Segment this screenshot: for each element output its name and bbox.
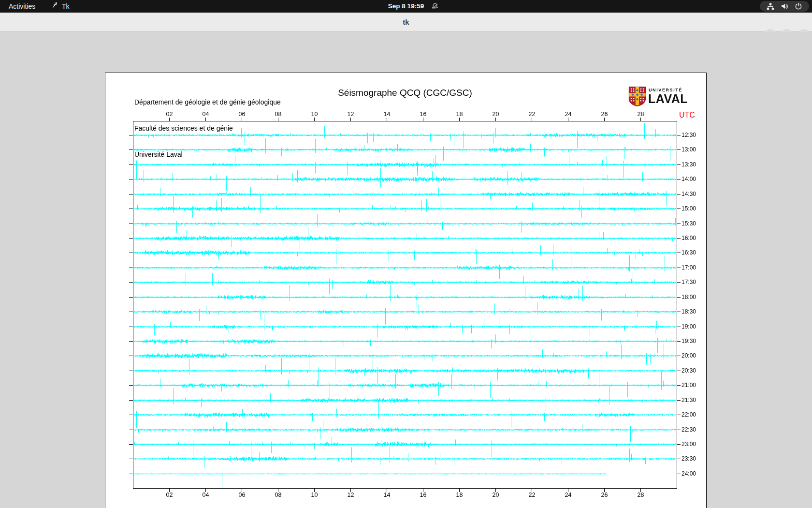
utc-time-label: 15:00 [682, 205, 696, 212]
org-line-2: Faculté des sciences et de génie [134, 124, 281, 133]
x-tick-label-top: 12 [343, 111, 359, 118]
org-line-3: Université Laval [134, 150, 281, 159]
utc-time-label: 21:30 [682, 397, 696, 403]
x-tick-label-top: 20 [488, 111, 504, 118]
window-body: Département de géologie et de génie géol… [0, 32, 812, 508]
window-titlebar[interactable]: tk [0, 13, 812, 32]
logo-laval-text: LAVAL [648, 92, 688, 106]
utc-label: UTC [679, 111, 695, 120]
utc-time-label: 19:00 [682, 323, 696, 330]
x-tick-label-top: 06 [234, 111, 250, 118]
power-icon [795, 2, 802, 10]
x-tick-label-top: 26 [596, 111, 613, 118]
x-tick-label-top: 24 [560, 111, 577, 118]
utc-time-label: 24:00 [682, 470, 696, 477]
activities-button[interactable]: Activities [5, 0, 39, 13]
system-tray[interactable] [760, 1, 809, 12]
utc-time-label: 13:00 [682, 146, 696, 153]
chart-title: Séismographe QCQ (CGC/GSC) [133, 88, 677, 98]
window-title: tk [0, 13, 812, 32]
x-tick-label-bottom: 28 [633, 492, 649, 498]
utc-time-label: 17:00 [682, 264, 696, 271]
volume-icon [781, 2, 788, 10]
x-tick-label-bottom: 20 [488, 492, 504, 498]
utc-time-label: 21:00 [682, 382, 696, 388]
x-tick-label-top: 04 [198, 111, 214, 118]
clock[interactable]: Sep 8 19:59 [388, 0, 424, 13]
x-tick-label-bottom: 10 [306, 492, 323, 498]
tk-icon [51, 0, 58, 13]
x-tick-label-bottom: 08 [270, 492, 287, 498]
x-tick-label-bottom: 02 [161, 492, 178, 498]
org-line-1: Département de géologie et de génie géol… [134, 98, 281, 106]
gnome-top-bar: Activities Tk Sep 8 19:59 [0, 0, 812, 13]
utc-time-label: 14:30 [682, 191, 696, 197]
x-tick-label-bottom: 18 [451, 492, 468, 498]
x-tick-label-bottom: 26 [596, 492, 613, 498]
utc-time-label: 14:00 [682, 176, 696, 182]
utc-time-label: 16:30 [682, 249, 696, 256]
utc-time-label: 13:30 [682, 161, 696, 168]
app-indicator-tk[interactable]: Tk [51, 0, 70, 13]
utc-time-label: 23:00 [682, 441, 696, 448]
x-tick-label-bottom: 16 [415, 492, 432, 498]
x-tick-label-top: 02 [161, 111, 178, 118]
utc-time-label: 19:30 [682, 338, 696, 344]
utc-time-label: 18:30 [682, 308, 696, 315]
utc-time-label: 16:00 [682, 235, 696, 241]
x-tick-label-top: 16 [415, 111, 432, 118]
notifications-disabled-icon [431, 2, 439, 10]
utc-time-label: 18:00 [682, 294, 696, 300]
x-tick-label-bottom: 06 [234, 492, 250, 498]
seismograph-panel: Département de géologie et de génie géol… [105, 73, 707, 508]
x-tick-label-bottom: 24 [560, 492, 577, 498]
x-tick-label-top: 28 [633, 111, 649, 118]
x-tick-label-bottom: 04 [198, 492, 214, 498]
app-indicator-label: Tk [62, 0, 70, 13]
network-wired-icon [767, 2, 774, 10]
utc-time-label: 12:30 [682, 132, 696, 138]
utc-time-label: 23:30 [682, 455, 696, 462]
utc-time-label: 22:30 [682, 426, 696, 433]
x-tick-label-bottom: 14 [379, 492, 395, 498]
x-tick-label-bottom: 12 [343, 492, 359, 498]
utc-time-label: 22:00 [682, 411, 696, 418]
x-tick-label-top: 18 [451, 111, 468, 118]
utc-time-label: 17:30 [682, 279, 696, 285]
universite-laval-logo: UNIVERSITÉ LAVAL [628, 85, 701, 107]
utc-time-label: 20:30 [682, 367, 696, 374]
utc-time-label: 15:30 [682, 220, 696, 227]
x-tick-label-top: 14 [379, 111, 395, 118]
x-tick-label-top: 08 [270, 111, 287, 118]
utc-time-label: 20:00 [682, 352, 696, 359]
x-tick-label-top: 10 [306, 111, 323, 118]
x-tick-label-bottom: 22 [524, 492, 540, 498]
x-tick-label-top: 22 [524, 111, 540, 118]
